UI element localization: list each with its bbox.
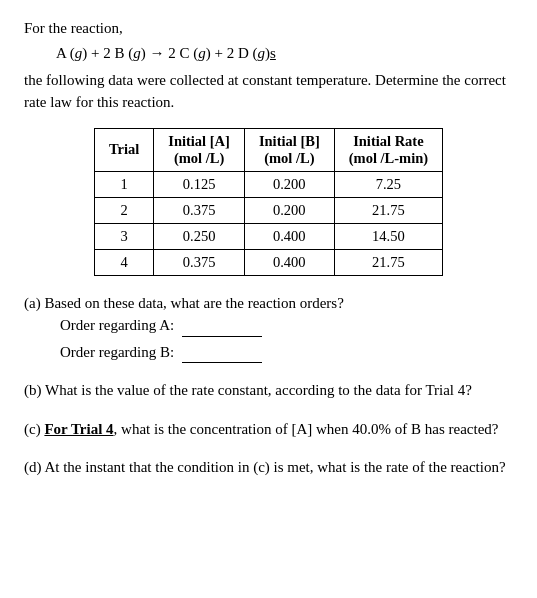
following-text: the following data were collected at con… (24, 70, 513, 114)
order-a-blank[interactable] (182, 336, 262, 337)
order-b-blank[interactable] (182, 362, 262, 363)
part-b-section: (b) What is the value of the rate consta… (24, 379, 513, 402)
table-row: 4 0.375 0.400 21.75 (94, 249, 442, 275)
a-4: 0.375 (154, 249, 245, 275)
order-a-label: Order regarding A: (60, 317, 174, 333)
col-header-trial: Trial (94, 128, 153, 171)
a-2: 0.375 (154, 197, 245, 223)
order-a-line: Order regarding A: (60, 314, 513, 337)
rate-2: 21.75 (334, 197, 442, 223)
rate-3: 14.50 (334, 223, 442, 249)
part-a-label: (a) (24, 295, 44, 311)
intro-text: For the reaction, (24, 20, 513, 37)
trial-4: 4 (94, 249, 153, 275)
part-b-label: (b) (24, 382, 45, 398)
part-c-section: (c) For Trial 4, what is the concentrati… (24, 418, 513, 441)
rate-1: 7.25 (334, 171, 442, 197)
part-d-text: At the instant that the condition in (c)… (44, 459, 505, 475)
part-d-section: (d) At the instant that the condition in… (24, 456, 513, 479)
order-b-line: Order regarding B: (60, 341, 513, 364)
part-a-section: (a) Based on these data, what are the re… (24, 292, 513, 364)
trial-2: 2 (94, 197, 153, 223)
part-c-text: , what is the concentration of [A] when … (114, 421, 499, 437)
part-c-label: (c) (24, 421, 44, 437)
rate-4: 21.75 (334, 249, 442, 275)
part-b-text: What is the value of the rate constant, … (45, 382, 472, 398)
order-b-label: Order regarding B: (60, 344, 174, 360)
trial-1: 1 (94, 171, 153, 197)
reaction-equation: A (g) + 2 B (g) → 2 C (g) + 2 D (g)s (56, 45, 513, 62)
table-row: 2 0.375 0.200 21.75 (94, 197, 442, 223)
col-header-rate: Initial Rate(mol /L-min) (334, 128, 442, 171)
part-a-text: Based on these data, what are the reacti… (44, 295, 343, 311)
b-1: 0.200 (244, 171, 334, 197)
col-header-a: Initial [A](mol /L) (154, 128, 245, 171)
a-1: 0.125 (154, 171, 245, 197)
col-header-b: Initial [B](mol /L) (244, 128, 334, 171)
b-2: 0.200 (244, 197, 334, 223)
trial-3: 3 (94, 223, 153, 249)
reaction-subscript: s (270, 45, 276, 61)
b-3: 0.400 (244, 223, 334, 249)
table-row: 3 0.250 0.400 14.50 (94, 223, 442, 249)
data-table: Trial Initial [A](mol /L) Initial [B](mo… (94, 128, 443, 276)
b-4: 0.400 (244, 249, 334, 275)
a-3: 0.250 (154, 223, 245, 249)
part-d-label: (d) (24, 459, 44, 475)
table-row: 1 0.125 0.200 7.25 (94, 171, 442, 197)
part-c-underline: For Trial 4 (44, 421, 113, 437)
